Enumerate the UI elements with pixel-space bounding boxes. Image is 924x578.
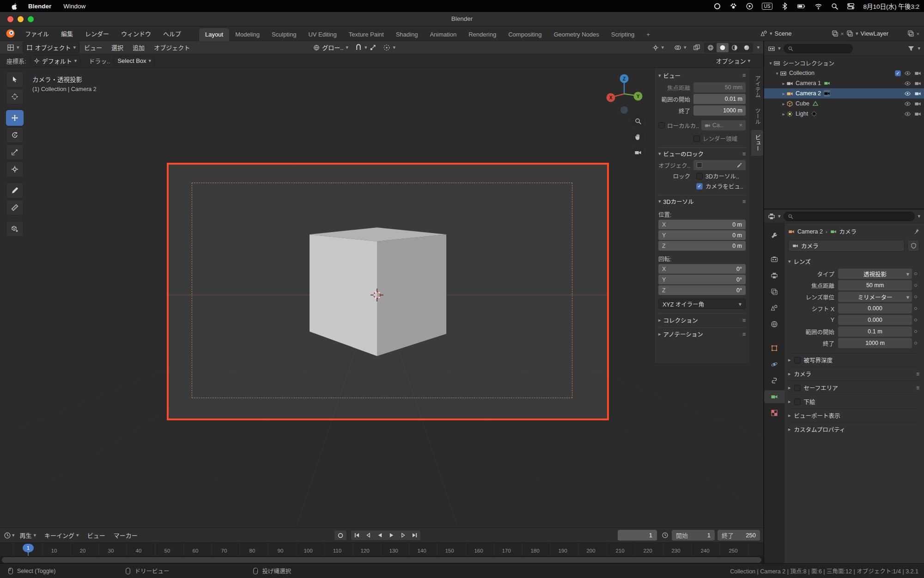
keyframe-decorator[interactable]	[912, 295, 919, 298]
outliner-row-camera-1[interactable]: Camera 1	[764, 78, 924, 88]
pin-icon[interactable]	[913, 228, 919, 234]
annotation-section-header[interactable]: アノテーション	[658, 327, 746, 339]
navigation-gizmo[interactable]: Z X Y	[603, 73, 645, 115]
camera-view-button[interactable]	[632, 146, 644, 159]
workspace-tab[interactable]: +	[640, 28, 656, 41]
local-camera-field[interactable]: Ca..	[701, 120, 746, 130]
mode-dropdown[interactable]: オブジェクト	[23, 42, 80, 53]
scene-name[interactable]: Scene	[775, 30, 829, 37]
bluetooth-icon[interactable]	[781, 2, 789, 10]
wifi-icon[interactable]	[815, 2, 822, 10]
section-checkbox[interactable]	[794, 357, 801, 363]
current-frame-field[interactable]: 1	[618, 530, 657, 541]
lock-3d-cursor-checkbox[interactable]	[696, 173, 703, 179]
add-cube-tool-button[interactable]	[6, 221, 24, 237]
next-keyframe-button[interactable]	[397, 530, 409, 540]
outliner-editor-icon[interactable]	[768, 45, 775, 52]
tab-tool[interactable]	[764, 229, 784, 242]
frame-end-field[interactable]: 終了 250	[717, 530, 760, 541]
tab-output[interactable]	[764, 269, 784, 282]
timeline-editor-icon[interactable]	[4, 532, 11, 539]
cursor-rotation-field[interactable]: Y 0°	[658, 275, 746, 284]
scene-selector[interactable]: Scene	[760, 30, 844, 37]
filter-icon[interactable]	[907, 45, 915, 52]
sidebar-tab[interactable]: アイテム	[751, 71, 763, 102]
shading-rendered-button[interactable]	[741, 43, 753, 52]
disclosure-triangle-icon[interactable]	[768, 61, 773, 66]
workspace-tab[interactable]: Geometry Nodes	[547, 28, 605, 41]
property-field[interactable]: 1000 m	[838, 338, 912, 348]
apple-menu-icon[interactable]	[10, 2, 18, 10]
pan-view-button[interactable]	[632, 130, 644, 143]
frame-start-field[interactable]: 開始 1	[672, 530, 715, 541]
timeline-menu-item[interactable]: マーカー	[109, 529, 142, 541]
workspace-tab[interactable]: UV Editing	[302, 28, 342, 41]
spotlight-search-icon[interactable]	[831, 2, 839, 10]
keyframe-decorator[interactable]	[912, 284, 919, 287]
clip-end-field[interactable]: 1000 m	[693, 105, 746, 116]
tab-texture[interactable]	[764, 406, 784, 419]
workspace-tab[interactable]: Animation	[424, 28, 462, 41]
show-gizmo-toggle[interactable]	[649, 43, 667, 52]
tab-render[interactable]	[764, 253, 784, 266]
menubar-clock[interactable]: 8月10日(水) 午後3:2	[863, 1, 919, 11]
annotate-tool-button[interactable]	[6, 183, 24, 198]
viewport-menu-item[interactable]: オブジェクト	[149, 41, 195, 54]
breadcrumb-data[interactable]: カメラ	[839, 227, 857, 236]
workspace-tab[interactable]: Shading	[390, 28, 424, 41]
shading-dropdown-icon[interactable]	[757, 44, 760, 50]
coordinate-system-dropdown[interactable]: デフォルト	[30, 55, 81, 67]
tab-scene[interactable]	[764, 301, 784, 314]
view-lock-section-header[interactable]: ビューのロック	[658, 148, 746, 159]
workspace-tab[interactable]: Sculpting	[266, 28, 302, 41]
shading-solid-button[interactable]	[717, 43, 729, 52]
workspace-tab[interactable]: Modeling	[229, 28, 266, 41]
property-field[interactable]: 0.1 m	[838, 326, 912, 337]
transform-orientation-dropdown[interactable]: グロー..	[310, 42, 352, 53]
tab-world[interactable]	[764, 318, 784, 331]
lens-section-header[interactable]: レンズ	[788, 255, 919, 267]
view-section-header[interactable]: ビュー	[658, 70, 746, 81]
hide-in-viewport-toggle[interactable]	[904, 90, 911, 97]
workspace-tab[interactable]: Texture Paint	[343, 28, 390, 41]
zoom-view-button[interactable]	[632, 115, 644, 128]
disclosure-triangle-icon[interactable]	[781, 111, 786, 117]
viewlayer-name[interactable]: ViewLayer	[861, 30, 905, 37]
outliner-row-collection[interactable]: Collection	[764, 68, 924, 78]
section-checkbox[interactable]	[794, 385, 801, 391]
lock-object-field[interactable]	[693, 160, 746, 170]
focal-length-field[interactable]: 50 mm	[693, 82, 746, 92]
keyframe-decorator[interactable]	[912, 330, 919, 333]
macos-window-menu[interactable]: Window	[63, 3, 85, 10]
workspace-tab[interactable]: Compositing	[502, 28, 547, 41]
shading-material-button[interactable]	[729, 43, 741, 52]
local-camera-checkbox[interactable]	[658, 122, 665, 129]
drag-tool-dropdown[interactable]: Select Box	[114, 56, 155, 66]
outliner-row-cube[interactable]: Cube	[764, 98, 924, 109]
topbar-menu-item[interactable]: ファイル	[19, 27, 55, 40]
viewport-menu-item[interactable]: 選択	[107, 41, 128, 54]
hide-in-viewport-toggle[interactable]	[904, 80, 911, 87]
camera-to-view-checkbox[interactable]	[696, 183, 703, 190]
topbar-menu-item[interactable]: レンダー	[79, 27, 115, 40]
disable-in-renders-toggle[interactable]	[914, 90, 921, 97]
previous-keyframe-button[interactable]	[363, 530, 374, 540]
hide-in-viewport-toggle[interactable]	[904, 70, 911, 77]
outliner-row-camera-2[interactable]: Camera 2	[764, 88, 924, 98]
property-field[interactable]: ミリメーター	[838, 292, 912, 302]
xray-toggle-icon[interactable]	[693, 44, 700, 51]
tab-object-data[interactable]	[764, 390, 784, 403]
disclosure-triangle-icon[interactable]	[781, 101, 786, 106]
auto-keying-record-button[interactable]	[334, 530, 347, 541]
scale-tool-button[interactable]	[6, 144, 24, 160]
cursor-rotation-field[interactable]: X 0°	[658, 264, 746, 274]
property-field[interactable]: 透視投影	[838, 269, 912, 279]
cursor-location-field[interactable]: X 0 m	[658, 220, 746, 229]
camera-frame[interactable]	[167, 163, 609, 420]
jump-to-end-button[interactable]	[409, 530, 420, 540]
keyframe-decorator[interactable]	[912, 272, 919, 275]
workspace-tab[interactable]: Layout	[199, 28, 229, 41]
rotation-order-dropdown[interactable]: XYZ オイラー角	[658, 299, 746, 309]
properties-section-header[interactable]: セーフエリア	[788, 381, 919, 394]
shading-wireframe-button[interactable]	[705, 43, 717, 52]
